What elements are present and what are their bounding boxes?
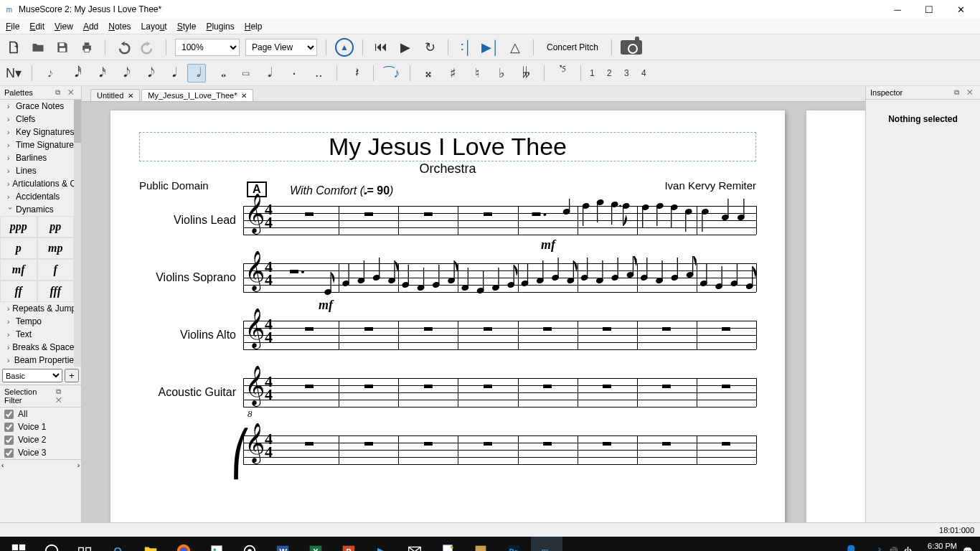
metronome2-icon[interactable]: △ <box>506 38 524 57</box>
view-mode-combo[interactable]: Page View <box>245 39 317 56</box>
clock[interactable]: 6:30 PM 11/17/2018 <box>918 542 957 551</box>
redo-icon[interactable] <box>138 38 157 57</box>
flip-icon[interactable]: 𝄒⁵ <box>553 64 572 83</box>
panel-undock-close-icon[interactable]: ⧉ ✕ <box>954 88 976 97</box>
concert-pitch-button[interactable]: Concert Pitch <box>542 42 603 52</box>
filter-voice2[interactable]: Voice 2 <box>0 433 81 446</box>
add-workspace-button[interactable]: + <box>65 369 79 382</box>
note-input-icon[interactable]: N▾ <box>4 64 23 83</box>
word-icon[interactable]: W <box>267 537 298 551</box>
note-8th-icon[interactable]: 𝅘𝅥𝅮 <box>114 64 133 83</box>
tray-chevron-icon[interactable]: ︿ <box>864 546 872 552</box>
flat-icon[interactable]: ♭ <box>492 64 511 83</box>
palette-beams[interactable]: ›Beam Properties <box>0 354 81 367</box>
palette-breaks[interactable]: ›Breaks & Spacers <box>0 341 81 354</box>
open-file-icon[interactable] <box>29 38 47 57</box>
note-dotted-half-icon[interactable]: 𝅗𝅥. <box>260 64 279 83</box>
voice-4-button[interactable]: 4 <box>641 68 653 78</box>
panel-undock-close-icon[interactable]: ⧉ ✕ <box>55 88 77 97</box>
filter-all[interactable]: All <box>0 408 81 420</box>
dynamic-mf[interactable]: mf <box>541 237 555 253</box>
dyn-f[interactable]: f <box>37 259 75 281</box>
note-16th-icon[interactable]: 𝅘𝅥𝅯 <box>90 64 108 83</box>
palette-dynamics[interactable]: ›Dynamics <box>0 203 81 216</box>
dyn-pp[interactable]: pp <box>37 216 75 237</box>
repeat-end-icon[interactable]: ▶│ <box>481 38 500 57</box>
palette-key-sigs[interactable]: ›Key Signatures <box>0 126 81 138</box>
note-breve-icon[interactable]: ▭ <box>236 64 255 83</box>
menu-notes[interactable]: Notes <box>108 22 131 32</box>
dyn-fff[interactable]: fff <box>37 281 75 302</box>
tab-score[interactable]: My_Jesus_I_Love_Thee*✕ <box>141 89 253 101</box>
panel-undock-close-icon[interactable]: ⧉ ✕ <box>56 387 77 405</box>
explorer-icon[interactable] <box>135 537 166 551</box>
repeat-start-icon[interactable]: ∶│ <box>457 38 476 57</box>
play-icon[interactable]: ▶ <box>396 38 415 57</box>
settings-icon[interactable] <box>234 537 265 551</box>
staff-violins-alto[interactable]: 𝄞44 <box>243 321 756 349</box>
double-flat-icon[interactable]: 𝄫 <box>517 64 535 83</box>
menu-add[interactable]: Add <box>83 22 98 32</box>
menu-file[interactable]: File <box>6 22 19 32</box>
undo-icon[interactable] <box>114 38 133 57</box>
menu-layout[interactable]: Layout <box>141 22 167 32</box>
palette-text[interactable]: ›Text <box>0 328 81 341</box>
menu-view[interactable]: View <box>55 22 73 32</box>
rest-icon[interactable]: 𝄽 <box>346 64 364 83</box>
tab-untitled[interactable]: Untitled✕ <box>90 89 140 101</box>
firefox-icon[interactable] <box>168 537 199 551</box>
edge-icon[interactable]: e <box>102 537 133 551</box>
note-64th-icon[interactable]: 𝆕 <box>41 64 60 83</box>
save-file-icon[interactable] <box>53 38 72 57</box>
double-sharp-icon[interactable]: 𝄪 <box>419 64 438 83</box>
metronome-icon[interactable]: ▲ <box>335 38 354 57</box>
natural-icon[interactable]: ♮ <box>468 64 486 83</box>
start-button[interactable] <box>3 537 34 551</box>
loop-icon[interactable]: ↻ <box>420 38 439 57</box>
augmentation-dot-icon[interactable]: · <box>285 64 303 83</box>
staff-violins-lead[interactable]: 𝄞44 <box>243 206 756 235</box>
score-canvas[interactable]: My Jesus I Love Thee Orchestra Public Do… <box>82 102 865 522</box>
voice-1-button[interactable]: 1 <box>590 68 601 78</box>
maximize-button[interactable]: ☐ <box>920 4 938 15</box>
staff-violins-soprano[interactable]: 𝄞44 <box>243 263 756 292</box>
tab-close-icon[interactable]: ✕ <box>128 92 133 100</box>
voice-2-button[interactable]: 2 <box>607 68 618 78</box>
voice-3-button[interactable]: 3 <box>624 68 636 78</box>
print-icon[interactable] <box>77 38 96 57</box>
palette-barlines[interactable]: ›Barlines <box>0 151 81 164</box>
palette-grace-notes[interactable]: ›Grace Notes <box>0 100 81 113</box>
sharp-icon[interactable]: ♯ <box>443 64 462 83</box>
notepad-icon[interactable] <box>432 537 463 551</box>
wifi-icon[interactable]: ⏻ <box>904 547 912 551</box>
photoshop-icon[interactable]: Ps <box>498 537 529 551</box>
volume-icon[interactable]: 🔊 <box>888 547 898 552</box>
dynamic-mf[interactable]: mf <box>319 298 333 313</box>
screenshot-icon[interactable] <box>621 40 642 55</box>
filter-hscroll[interactable]: ‹› <box>0 459 81 471</box>
note-8th2-icon[interactable]: 𝅘𝅥𝅮 <box>138 64 157 83</box>
dyn-mf[interactable]: mf <box>0 259 37 281</box>
score-subtitle[interactable]: Orchestra <box>139 161 756 176</box>
menu-edit[interactable]: Edit <box>29 22 44 32</box>
palette-time-sigs[interactable]: ›Time Signatures <box>0 138 81 151</box>
note-quarter-icon[interactable]: 𝅘𝅥 <box>163 64 182 83</box>
rewind-icon[interactable]: ⏮ <box>372 38 390 57</box>
musescore-taskbar-icon[interactable]: m <box>531 537 562 551</box>
tie-icon[interactable]: ⁀♪ <box>382 64 401 83</box>
paint-icon[interactable] <box>201 537 232 551</box>
dyn-ff[interactable]: ff <box>0 281 37 302</box>
palette-tempo[interactable]: ›Tempo <box>0 315 81 328</box>
score-title[interactable]: My Jesus I Love Thee <box>139 132 756 161</box>
zoom-combo[interactable]: 100% <box>175 39 240 56</box>
powerpoint-icon[interactable]: P <box>333 537 364 551</box>
finale-icon[interactable] <box>465 537 496 551</box>
cortana-icon[interactable] <box>36 537 67 551</box>
tempo-text[interactable]: With Comfort (𝅘𝅥 = 90) <box>290 184 393 197</box>
palette-scrollbar[interactable] <box>74 100 81 367</box>
notifications-icon[interactable]: 💬 <box>963 547 973 552</box>
palette-repeats[interactable]: ›Repeats & Jumps <box>0 302 81 315</box>
menu-help[interactable]: Help <box>245 22 263 32</box>
taskview-icon[interactable] <box>69 537 100 551</box>
note-whole-icon[interactable]: 𝅝 <box>212 64 230 83</box>
